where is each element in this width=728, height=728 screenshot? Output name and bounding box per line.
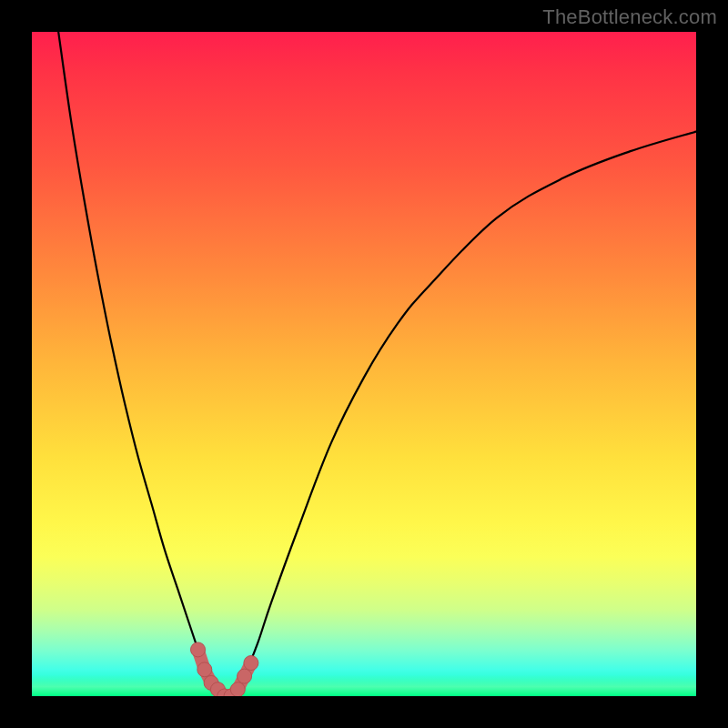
plot-area (32, 32, 696, 696)
chart-container: TheBottleneck.com (0, 0, 728, 728)
marker-dot (197, 662, 212, 677)
marker-layer (32, 32, 696, 696)
marker-dot (191, 642, 206, 657)
marker-dot (244, 656, 258, 671)
marker-dot (238, 669, 252, 683)
marker-dot (230, 682, 245, 696)
watermark-text: TheBottleneck.com (542, 5, 717, 29)
